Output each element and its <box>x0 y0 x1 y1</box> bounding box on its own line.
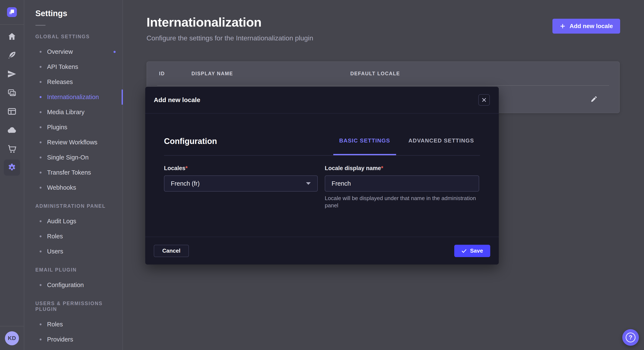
display-name-hint: Locale will be displayed under that name… <box>325 194 479 209</box>
sidebar-item-audit-logs[interactable]: Audit Logs <box>24 214 122 229</box>
sidebar-title: Settings <box>35 9 122 18</box>
column-header-default-locale: DEFAULT LOCALE <box>350 71 619 77</box>
strapi-logo-icon[interactable] <box>7 7 17 17</box>
sidebar-item-single-sign-on[interactable]: Single Sign-On <box>24 150 122 165</box>
configuration-title: Configuration <box>164 137 217 146</box>
sidebar-item-media-library[interactable]: Media Library <box>24 105 122 120</box>
bullet-icon <box>40 235 42 237</box>
email-plugin-list: Configuration <box>24 278 122 293</box>
global-settings-list: Overview API Tokens Releases Internation… <box>24 44 122 195</box>
title-divider <box>35 25 46 26</box>
page-title: Internationalization <box>146 15 313 29</box>
close-button[interactable] <box>478 94 490 106</box>
sidebar-item-up-providers[interactable]: Providers <box>24 332 122 347</box>
icon-rail: KD <box>0 0 24 350</box>
marketplace-cart-icon[interactable] <box>4 141 20 157</box>
rail-nav <box>0 25 24 176</box>
display-name-field: Locale display name* Locale will be disp… <box>325 165 479 209</box>
tabs-divider <box>164 155 480 156</box>
page-header: Internationalization Configure the setti… <box>146 15 313 42</box>
notification-dot <box>114 51 116 53</box>
sidebar-item-plugins[interactable]: Plugins <box>24 120 122 135</box>
user-avatar[interactable]: KD <box>5 331 19 345</box>
settings-tabs: BASIC SETTINGS ADVANCED SETTINGS <box>333 127 480 155</box>
configuration-row: Configuration BASIC SETTINGS ADVANCED SE… <box>164 127 480 155</box>
plus-icon <box>560 23 566 29</box>
fields-row: Locales* French (fr) Locale display name… <box>164 165 480 209</box>
feather-icon[interactable] <box>4 47 20 63</box>
locales-select-value: French (fr) <box>171 180 200 187</box>
add-new-locale-button[interactable]: Add new locale <box>552 19 620 34</box>
bullet-icon <box>40 220 42 222</box>
question-mark-icon: ? <box>626 333 636 342</box>
edit-locale-button[interactable] <box>588 94 599 105</box>
content-manager-icon[interactable] <box>4 103 20 120</box>
sidebar-item-internationalization[interactable]: Internationalization <box>24 90 122 105</box>
bullet-icon <box>40 157 42 159</box>
locales-field: Locales* French (fr) <box>164 165 318 209</box>
active-indicator <box>122 90 123 105</box>
section-label-users-permissions-plugin: USERS & PERMISSIONS PLUGIN <box>35 301 122 312</box>
sidebar-item-review-workflows[interactable]: Review Workflows <box>24 135 122 150</box>
sidebar-item-webhooks[interactable]: Webhooks <box>24 180 122 195</box>
settings-sidebar: Settings GLOBAL SETTINGS Overview API To… <box>24 0 123 350</box>
display-name-label: Locale display name* <box>325 165 479 172</box>
sidebar-item-email-configuration[interactable]: Configuration <box>24 278 122 293</box>
cloud-icon[interactable] <box>4 122 20 138</box>
media-library-icon[interactable] <box>4 85 20 101</box>
modal-header: Add new locale <box>145 87 499 114</box>
save-button[interactable]: Save <box>454 245 490 257</box>
bullet-icon <box>40 172 42 174</box>
chevron-down-icon <box>306 182 311 185</box>
column-header-id: ID <box>159 71 192 77</box>
required-asterisk: * <box>186 165 188 172</box>
sidebar-item-overview[interactable]: Overview <box>24 44 122 59</box>
add-locale-modal: Add new locale Configuration BASIC SETTI… <box>145 87 499 265</box>
rail-footer: KD <box>0 326 24 350</box>
users-permissions-list: Roles Providers <box>24 317 122 347</box>
bullet-icon <box>40 187 42 189</box>
home-icon[interactable] <box>4 28 20 45</box>
table-header-row: ID DISPLAY NAME DEFAULT LOCALE <box>147 62 619 85</box>
locales-select[interactable]: French (fr) <box>164 175 318 191</box>
page-subtitle: Configure the settings for the Internati… <box>146 34 313 42</box>
modal-title: Add new locale <box>154 96 200 104</box>
locales-label: Locales* <box>164 165 318 172</box>
administration-panel-list: Audit Logs Roles Users <box>24 214 122 259</box>
bullet-icon <box>40 141 42 143</box>
check-icon <box>462 249 466 253</box>
sidebar-item-transfer-tokens[interactable]: Transfer Tokens <box>24 165 122 180</box>
sidebar-item-api-tokens[interactable]: API Tokens <box>24 59 122 74</box>
sidebar-item-admin-users[interactable]: Users <box>24 244 122 259</box>
bullet-icon <box>40 250 42 252</box>
logo-cell <box>0 0 24 25</box>
bullet-icon <box>40 126 42 128</box>
required-asterisk: * <box>381 165 383 172</box>
bullet-icon <box>40 324 42 325</box>
tab-basic-settings[interactable]: BASIC SETTINGS <box>333 127 396 155</box>
section-label-administration-panel: ADMINISTRATION PANEL <box>35 203 122 209</box>
help-button[interactable]: ? <box>622 329 639 346</box>
pencil-icon <box>590 96 597 103</box>
bullet-icon <box>40 51 42 53</box>
section-label-global-settings: GLOBAL SETTINGS <box>35 34 122 39</box>
bullet-icon <box>40 81 42 83</box>
paper-plane-icon[interactable] <box>4 66 20 82</box>
close-icon <box>482 98 486 102</box>
tab-advanced-settings[interactable]: ADVANCED SETTINGS <box>402 127 480 155</box>
bullet-icon <box>40 96 42 98</box>
sidebar-item-admin-roles[interactable]: Roles <box>24 229 122 244</box>
bullet-icon <box>40 66 42 68</box>
bullet-icon <box>40 284 42 286</box>
modal-footer: Cancel Save <box>145 237 499 265</box>
sidebar-item-releases[interactable]: Releases <box>24 74 122 90</box>
column-header-display-name: DISPLAY NAME <box>192 71 350 77</box>
cancel-button[interactable]: Cancel <box>154 245 189 257</box>
modal-body: Configuration BASIC SETTINGS ADVANCED SE… <box>145 127 499 209</box>
display-name-input[interactable] <box>325 175 479 191</box>
bullet-icon <box>40 111 42 113</box>
bullet-icon <box>40 339 42 341</box>
sidebar-item-up-roles[interactable]: Roles <box>24 317 122 332</box>
section-label-email-plugin: EMAIL PLUGIN <box>35 267 122 273</box>
settings-gear-icon[interactable] <box>4 160 20 176</box>
